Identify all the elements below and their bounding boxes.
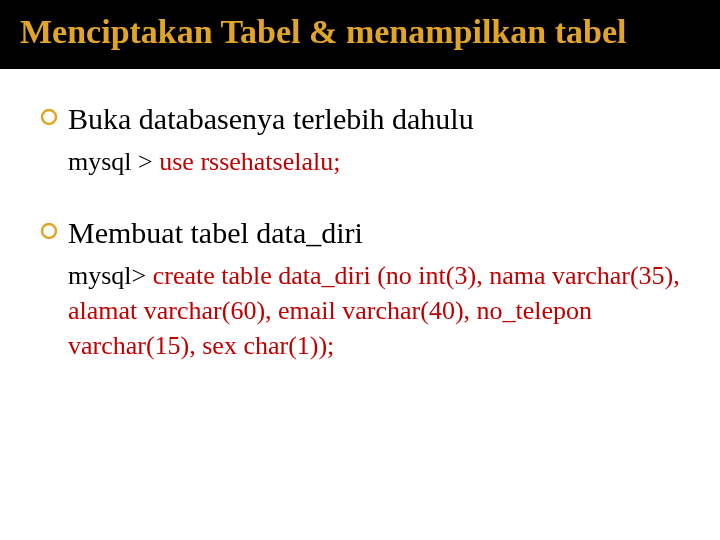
bullet-heading: Membuat tabel data_diri (68, 213, 363, 252)
sql-command: use rssehatselalu; (159, 147, 340, 176)
section-2: Membuat tabel data_diri mysql> create ta… (40, 213, 680, 363)
slide-content: Buka databasenya terlebih dahulu mysql >… (0, 69, 720, 417)
bullet-item: Buka databasenya terlebih dahulu (40, 99, 680, 138)
bullet-item: Membuat tabel data_diri (40, 213, 680, 252)
section-1: Buka databasenya terlebih dahulu mysql >… (40, 99, 680, 179)
slide-title: Menciptakan Tabel & menampilkan tabel (20, 12, 700, 51)
code-line: mysql > use rssehatselalu; (68, 144, 680, 179)
bullet-heading: Buka databasenya terlebih dahulu (68, 99, 474, 138)
circle-bullet-icon (40, 222, 58, 240)
mysql-prompt: mysql > (68, 147, 159, 176)
sql-command: create table data_diri (no int(3), nama … (68, 261, 680, 360)
svg-point-1 (42, 224, 56, 238)
circle-bullet-icon (40, 108, 58, 126)
mysql-prompt: mysql> (68, 261, 153, 290)
code-line: mysql> create table data_diri (no int(3)… (68, 258, 680, 363)
title-bar: Menciptakan Tabel & menampilkan tabel (0, 0, 720, 69)
svg-point-0 (42, 110, 56, 124)
